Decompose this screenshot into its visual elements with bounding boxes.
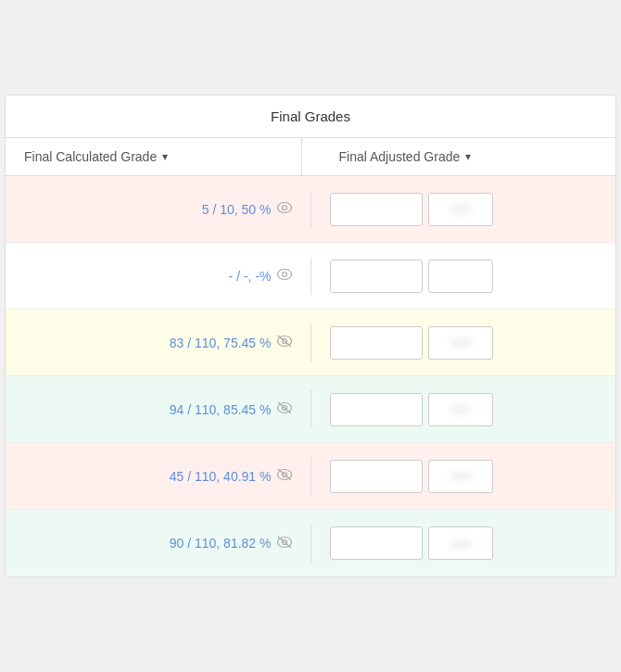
col-header-right-label: Final Adjusted Grade [339,149,461,164]
adjusted-grade-input[interactable] [330,460,423,493]
cell-right-0: 110 [311,182,616,237]
eye-icon[interactable] [277,202,292,216]
cell-left-0: 5 / 10, 50 % [6,191,311,228]
grade-value: 90 / 110, 81.82 % [170,536,272,551]
table-row: 94 / 110, 85.45 % 110 [6,376,615,443]
col-header-right[interactable]: Final Adjusted Grade ▾ [302,138,616,175]
column-headers: Final Calculated Grade ▾ Final Adjusted … [6,138,615,176]
grade-placeholder-display: 110 [428,193,493,226]
grade-value: 83 / 110, 75.45 % [170,336,272,350]
cell-left-4: 45 / 110, 40.91 % [6,457,311,495]
cell-left-5: 90 / 110, 81.82 % [6,525,311,563]
svg-point-3 [282,273,286,277]
eye-icon[interactable] [277,269,292,283]
table-row: 90 / 110, 81.82 % 110 [6,510,615,577]
grade-value: 94 / 110, 85.45 % [170,402,272,417]
grade-placeholder-display: 110 [428,326,493,360]
adjusted-grade-input[interactable] [330,260,423,293]
slash-eye-icon[interactable] [277,468,292,484]
cell-right-4: 110 [311,449,616,504]
cell-left-1: - / -, -% [6,258,311,295]
cell-right-3: 110 [311,382,616,437]
table-row: 5 / 10, 50 % 110 [6,176,615,243]
table-row: - / -, -% [6,243,615,310]
adjusted-grade-input[interactable] [330,393,423,426]
cell-right-1 [311,248,616,304]
final-grades-panel: Final Grades Final Calculated Grade ▾ Fi… [5,95,616,577]
col-header-left-chevron[interactable]: ▾ [162,150,168,163]
panel-title: Final Grades [271,108,350,124]
panel-header: Final Grades [6,95,615,138]
svg-point-2 [277,270,291,280]
grade-value: 45 / 110, 40.91 % [170,469,272,484]
svg-point-1 [282,206,286,210]
table-row: 83 / 110, 75.45 % 110 [6,310,615,376]
col-header-left[interactable]: Final Calculated Grade ▾ [6,138,302,175]
cell-right-2: 110 [311,315,616,371]
grade-value: 5 / 10, 50 % [202,202,272,217]
grade-placeholder-display: 110 [428,526,493,560]
cell-left-2: 83 / 110, 75.45 % [6,323,311,361]
grade-placeholder-display [428,260,493,293]
col-header-right-chevron[interactable]: ▾ [465,150,471,163]
cell-left-3: 94 / 110, 85.45 % [6,390,311,428]
slash-eye-icon[interactable] [277,401,292,417]
grade-value: - / -, -% [229,269,272,284]
grade-placeholder-display: 110 [428,460,493,493]
table-row: 45 / 110, 40.91 % 110 [6,443,615,510]
adjusted-grade-input[interactable] [330,526,423,560]
cell-right-5: 110 [311,515,616,571]
grades-table: 5 / 10, 50 % 110- / -, -% 83 / 110, 75.4… [6,176,615,577]
slash-eye-icon[interactable] [277,335,292,350]
svg-point-0 [277,203,291,213]
adjusted-grade-input[interactable] [330,326,423,360]
slash-eye-icon[interactable] [277,536,292,552]
adjusted-grade-input[interactable] [330,193,423,226]
grade-placeholder-display: 110 [428,393,493,426]
col-header-left-label: Final Calculated Grade [24,149,157,164]
